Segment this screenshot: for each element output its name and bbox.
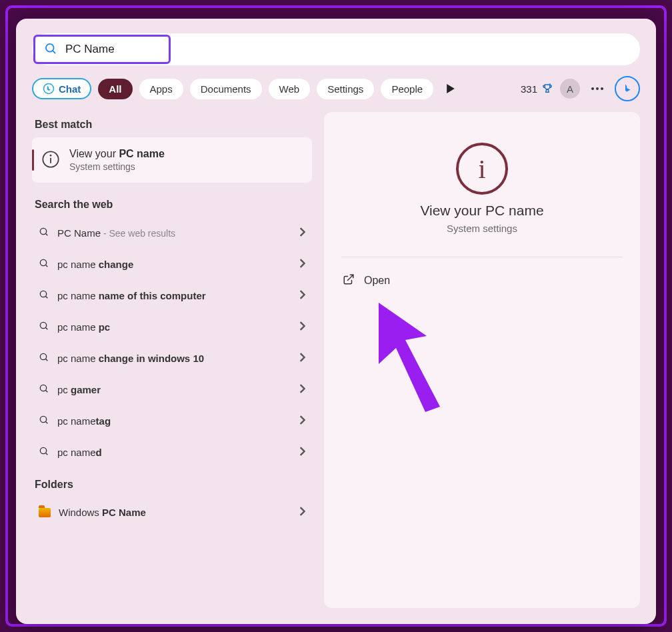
divider (341, 257, 623, 257)
filter-documents[interactable]: Documents (190, 79, 262, 99)
best-match-subtitle: System settings (69, 161, 165, 172)
svg-point-4 (591, 87, 594, 90)
search-icon (44, 42, 57, 57)
content-area: Best match View your PC name System sett… (16, 112, 656, 624)
bing-icon (43, 83, 55, 95)
filter-documents-label: Documents (201, 83, 251, 95)
web-result-text: pc name change (57, 259, 291, 270)
svg-point-24 (40, 447, 46, 453)
web-result-row[interactable]: pc gamer (32, 374, 312, 405)
web-result-row[interactable]: pc named (32, 437, 312, 468)
preview-panel: i View your PC name System settings Open (324, 112, 640, 608)
web-result-text: pc name pc (57, 321, 291, 333)
rewards-points[interactable]: 331 (521, 83, 553, 95)
filter-web[interactable]: Web (269, 79, 311, 99)
search-web-heading: Search the web (32, 192, 312, 217)
filter-apps-label: Apps (150, 83, 173, 95)
web-result-text: pc name name of this computer (57, 290, 291, 301)
web-result-row[interactable]: pc name name of this computer (32, 280, 312, 311)
svg-line-25 (45, 453, 47, 455)
svg-line-17 (45, 327, 47, 329)
info-icon (41, 150, 60, 171)
results-list: Best match View your PC name System sett… (32, 112, 312, 608)
web-result-row[interactable]: pc name change in windows 10 (32, 343, 312, 374)
svg-point-6 (601, 87, 603, 90)
svg-point-10 (40, 228, 46, 234)
search-icon (39, 227, 49, 239)
filter-all[interactable]: All (98, 79, 132, 99)
svg-point-22 (40, 416, 46, 422)
chevron-right-icon (299, 384, 305, 395)
open-label: Open (364, 275, 390, 287)
open-action[interactable]: Open (341, 269, 623, 292)
folder-result-text: Windows PC Name (59, 507, 291, 518)
filter-all-label: All (109, 83, 121, 95)
web-result-row[interactable]: pc name change (32, 249, 312, 280)
search-icon (39, 289, 49, 302)
search-icon (39, 352, 49, 365)
svg-line-1 (53, 50, 55, 53)
folders-heading: Folders (32, 472, 312, 497)
ellipsis-icon (591, 87, 603, 91)
svg-point-5 (596, 87, 599, 90)
filter-chat-label: Chat (59, 83, 81, 95)
svg-line-11 (45, 233, 47, 235)
best-match-heading: Best match (32, 112, 312, 137)
svg-point-20 (40, 385, 46, 391)
svg-line-21 (45, 390, 47, 392)
more-filters-button[interactable] (440, 78, 461, 99)
chevron-right-icon (299, 415, 305, 427)
best-match-result[interactable]: View your PC name System settings (32, 137, 312, 183)
web-result-row[interactable]: pc name pc (32, 311, 312, 343)
web-result-row[interactable]: PC Name - See web results (32, 217, 312, 249)
filter-web-label: Web (279, 83, 300, 95)
filter-people[interactable]: People (381, 79, 433, 99)
search-bar-container (16, 19, 656, 65)
search-bar[interactable] (32, 33, 640, 65)
search-icon (39, 383, 49, 396)
web-result-text: PC Name - See web results (57, 227, 291, 239)
filter-settings-label: Settings (327, 83, 363, 95)
svg-line-15 (45, 296, 47, 298)
overflow-menu-button[interactable] (587, 78, 608, 99)
rewards-points-value: 331 (521, 83, 537, 95)
info-circle-icon: i (456, 143, 508, 195)
chevron-right-icon (299, 507, 305, 518)
bing-button[interactable] (615, 76, 640, 101)
avatar[interactable]: A (560, 79, 580, 99)
svg-point-3 (549, 83, 551, 85)
svg-line-19 (45, 359, 47, 361)
open-external-icon (343, 273, 355, 288)
web-result-text: pc named (57, 447, 291, 458)
chevron-right-icon (299, 290, 305, 301)
filter-apps[interactable]: Apps (139, 79, 183, 99)
svg-point-9 (50, 154, 52, 156)
best-match-title: View your PC name (69, 148, 165, 160)
avatar-initial: A (567, 83, 573, 95)
web-result-text: pc name change in windows 10 (57, 353, 291, 364)
folder-icon (39, 508, 51, 517)
search-icon (39, 415, 49, 427)
search-icon (39, 446, 49, 459)
folder-result-row[interactable]: Windows PC Name (32, 497, 312, 527)
filter-chat[interactable]: Chat (32, 78, 91, 99)
search-window: Chat All Apps Documents Web Settings Peo… (16, 19, 656, 624)
filter-people-label: People (391, 83, 423, 95)
filter-row: Chat All Apps Documents Web Settings Peo… (16, 65, 656, 112)
preview-subtitle: System settings (447, 223, 517, 234)
filter-settings[interactable]: Settings (317, 79, 374, 99)
search-input[interactable] (64, 33, 636, 66)
web-result-text: pc nametag (57, 415, 291, 427)
web-result-row[interactable]: pc nametag (32, 405, 312, 437)
triangle-right-icon (447, 84, 455, 93)
web-result-text: pc gamer (57, 384, 291, 395)
search-icon (39, 321, 49, 333)
chevron-right-icon (299, 447, 305, 458)
chevron-right-icon (299, 353, 305, 364)
chevron-right-icon (299, 227, 305, 239)
chevron-right-icon (299, 321, 305, 333)
search-icon (39, 258, 49, 271)
svg-line-13 (45, 265, 47, 267)
svg-point-14 (40, 291, 46, 297)
trophy-icon (541, 83, 553, 95)
